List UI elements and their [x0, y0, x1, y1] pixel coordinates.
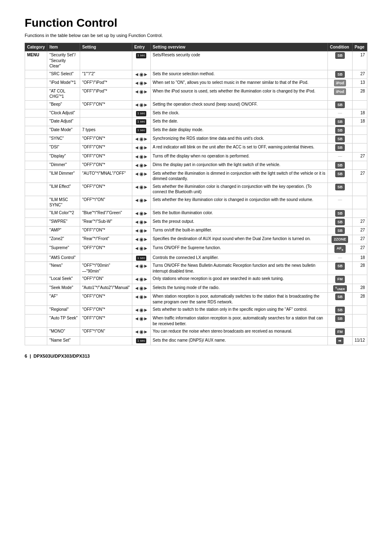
page-number: 6: [25, 354, 27, 358]
cell-setting: [80, 117, 132, 126]
subtitle: Functions in the table below can be set …: [25, 33, 367, 38]
cell-overview: Sets the button illumination color.: [150, 209, 327, 217]
cell-overview: Sets whether the key illumination color …: [150, 196, 327, 209]
table-row: "SRC Select" "1""/"2" ◄◉► Sets the sourc…: [25, 70, 367, 79]
cell-category: [25, 70, 47, 79]
cell-item: "ILM Color"*2: [47, 209, 80, 217]
cell-item: "SYNC": [47, 135, 80, 143]
table-row: "AF" "OFF"/"ON"* ◄◉► When station recept…: [25, 293, 367, 306]
cell-item: "Date Mode": [47, 126, 80, 135]
cell-overview: When set to "ON", allows you to select m…: [150, 79, 327, 87]
cell-category: [25, 196, 47, 209]
cell-entry: 1 sec: [132, 254, 150, 262]
cell-page: [352, 209, 367, 217]
cell-overview: Sets the date display mode.: [150, 126, 327, 135]
col-setting: Setting: [80, 43, 132, 51]
table-row: "Auto TP Seek" "OFF"/"ON"* ◄◉► When traf…: [25, 314, 367, 328]
function-table: Category Item Setting Entry Setting over…: [25, 43, 367, 345]
cell-condition: iPod: [327, 87, 352, 100]
col-condition: Condition: [327, 43, 352, 51]
cell-setting: "OFF"*/"ON": [80, 328, 132, 336]
cell-setting: "Auto1"*/"Auto2"/"Manual": [80, 284, 132, 293]
cell-entry: 1 sec: [132, 51, 150, 70]
cell-overview: Sets the source selection method.: [150, 70, 327, 79]
cell-setting: [80, 254, 132, 262]
cell-page: 28: [352, 284, 367, 293]
cell-page: [352, 196, 367, 209]
cell-entry: 1 sec: [132, 117, 150, 126]
cell-condition: SB: [327, 135, 352, 143]
cell-page: 27: [352, 70, 367, 79]
cell-condition: AFs: [327, 244, 352, 254]
table-row: "DSI" "OFF"/"ON"* ◄◉► A red indicator wi…: [25, 143, 367, 152]
cell-overview: Turns on/off the built-in amplifier.: [150, 227, 327, 235]
cell-condition: SB: [327, 117, 352, 126]
cell-condition: ➡: [327, 336, 352, 345]
cell-setting: "OFF"/"iPod"*: [80, 79, 132, 87]
cell-page: 27: [352, 227, 367, 235]
col-page: Page: [352, 43, 367, 51]
cell-setting: "OFF"/"ON"*: [80, 306, 132, 314]
cell-page: 18: [352, 254, 367, 262]
cell-overview: Selects the tuning mode of the radio.: [150, 284, 327, 293]
cell-category: [25, 135, 47, 143]
table-row: "Zone2" "Rear"*/"Front" ◄◉► Specifies th…: [25, 235, 367, 244]
cell-entry: ◄◉►: [132, 314, 150, 328]
cell-overview: When traffic information station recepti…: [150, 314, 327, 328]
footer-note: 6 | DPX503U/DPX303/DPX313: [25, 354, 367, 358]
cell-item: "ILM MSC SYNC": [47, 196, 80, 209]
cell-category: [25, 306, 47, 314]
cell-entry: ◄◉►: [132, 161, 150, 169]
cell-entry: ◄◉►: [132, 183, 150, 196]
cell-condition: SB: [327, 293, 352, 306]
cell-category: [25, 209, 47, 217]
cell-category: [25, 262, 47, 275]
cell-entry: ◄◉►: [132, 196, 150, 209]
cell-condition: FM: [327, 328, 352, 336]
cell-category: [25, 126, 47, 135]
cell-category: [25, 328, 47, 336]
cell-category: [25, 183, 47, 196]
cell-overview: Synchronizing the RDS station time data …: [150, 135, 327, 143]
cell-condition: SB: [327, 126, 352, 135]
table-row: "Dimmer" "OFF"/"ON"* ◄◉► Dims the displa…: [25, 161, 367, 169]
cell-item: "ILM Effect": [47, 183, 80, 196]
cell-page: [352, 183, 367, 196]
cell-item: "Clock Adjust": [47, 109, 80, 118]
col-category: Category: [25, 43, 47, 51]
table-row: "iPod Mode"*1 "OFF"/"iPod"* ◄◉► When set…: [25, 79, 367, 87]
cell-setting: "OFF"/"ON"*: [80, 227, 132, 235]
cell-category: [25, 79, 47, 87]
cell-condition: —: [327, 109, 352, 118]
cell-category: [25, 336, 47, 345]
cell-overview: Dims the display part in conjunction wit…: [150, 161, 327, 169]
cell-entry: ◄◉►: [132, 275, 150, 284]
table-row: "Local Seek" "OFF"/"ON" ◄◉► Only station…: [25, 275, 367, 284]
cell-item: "Beep": [47, 100, 80, 109]
table-row: MENU "Security Set"/"Security Clear" 1 s…: [25, 51, 367, 70]
cell-category: [25, 244, 47, 254]
cell-item: "Dimmer": [47, 161, 80, 169]
cell-setting: "OFF"/"ON"*: [80, 135, 132, 143]
cell-condition: TUNER: [327, 284, 352, 293]
cell-page: [352, 161, 367, 169]
cell-condition: SB: [327, 227, 352, 235]
cell-entry: ◄◉►: [132, 79, 150, 87]
cell-entry: ◄◉►: [132, 169, 150, 183]
cell-category: [25, 218, 47, 227]
cell-page: 28: [352, 262, 367, 275]
table-row: "AMS Control" 1 sec Controls the connect…: [25, 254, 367, 262]
cell-overview: Sets the clock.: [150, 109, 327, 118]
col-entry: Entry: [132, 43, 150, 51]
table-row: "Display" "OFF"/"ON"* ◄◉► Turns off the …: [25, 152, 367, 161]
table-row: "Name Set" 1 sec Sets the disc name (DNP…: [25, 336, 367, 345]
cell-condition: —: [327, 254, 352, 262]
cell-page: 27: [352, 152, 367, 161]
cell-overview: Setting the operation check sound (beep …: [150, 100, 327, 109]
cell-item: "Name Set": [47, 336, 80, 345]
cell-setting: "OFF"/"iPod"*: [80, 87, 132, 100]
cell-setting: "OFF"/"ON"*: [80, 183, 132, 196]
table-row: "Beep" "OFF"/"ON"* ◄◉► Setting the opera…: [25, 100, 367, 109]
cell-setting: "OFF"/"ON"*: [80, 100, 132, 109]
table-row: "Regional" "OFF"/"ON"* ◄◉► Sets whether …: [25, 306, 367, 314]
